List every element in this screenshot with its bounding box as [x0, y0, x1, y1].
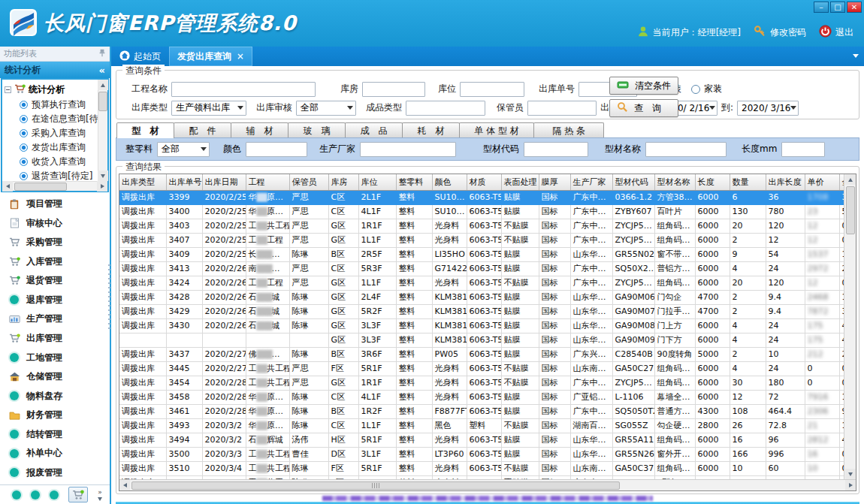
scroll-down-icon[interactable]: [98, 171, 108, 181]
table-row[interactable]: G区3L3F整料KLM38176063-T5贴膜国标山东华…GA90M09…门下…: [119, 333, 844, 347]
close-button[interactable]: ✕: [847, 2, 862, 13]
column-header-表面处理[interactable]: 表面处理: [501, 174, 539, 190]
table-row[interactable]: 调拨出库34072020/2/25工██工程严思G区1L1F整料光身料6063-…: [119, 233, 844, 247]
material-tab-2[interactable]: 配 件: [174, 122, 231, 138]
tree-expander-icon[interactable]: [5, 86, 11, 93]
tree-horizontal-scrollbar[interactable]: [2, 181, 107, 191]
table-row[interactable]: 调拨出库34292020/2/26石███城陈琳G区5R2F整料KLM38176…: [119, 304, 844, 318]
scroll-left-icon[interactable]: [2, 181, 13, 192]
sidebar-item-审核中心[interactable]: 审核中心: [0, 214, 110, 232]
material-tab-8[interactable]: 隔 热 条: [533, 122, 604, 138]
table-row[interactable]: 调拨出库34942020/3/2石██辉城汤伟H区5R1F整料光身料6063-T…: [119, 433, 844, 447]
column-header-保管员[interactable]: 保管员: [289, 174, 328, 190]
sidebar-splitter[interactable]: [108, 264, 110, 332]
outbound-type-select[interactable]: 生产领料出库: [171, 101, 246, 116]
column-header-膜厚[interactable]: 膜厚: [539, 174, 570, 190]
column-header-型材代码[interactable]: 型材代码: [612, 174, 654, 190]
column-header-工程[interactable]: 工程: [246, 174, 289, 190]
more-modules-button[interactable]: »: [98, 489, 102, 501]
table-row[interactable]: 调拨出库34372020/2/27佛███…陈琳B区3R6F整料PW056063…: [119, 347, 844, 361]
sidebar-item-仓储管理[interactable]: 仓储管理: [0, 368, 110, 386]
table-row[interactable]: 调拨出库35102020/3/4工██共工程陈琳F区5R1F整料光身料6063-…: [119, 461, 844, 475]
sidebar-item-工地管理[interactable]: 工地管理: [0, 349, 110, 367]
table-row[interactable]: 调拨出库34932020/3/2华██原…陈琳C区1L1F整料黑色塑料不贴膜国标…: [119, 418, 844, 433]
cart-module-button[interactable]: [68, 487, 88, 502]
sidebar-item-补单中心[interactable]: 补单中心: [0, 445, 110, 463]
table-row[interactable]: 调拨出库34002020/2/25华██原…严思C区4L1F整料SU10…606…: [119, 204, 844, 219]
date-to-picker[interactable]: 2020/ 3/16: [737, 101, 799, 116]
table-row[interactable]: 调拨出库35002020/3/3工██共工程曹佳D区3L1F整料LT3P6060…: [119, 447, 844, 461]
module-dot-icon[interactable]: [12, 490, 21, 499]
sidebar-item-报废管理[interactable]: 报废管理: [0, 463, 110, 481]
tree-hscroll-thumb[interactable]: [14, 183, 67, 191]
material-tab-7[interactable]: 单 体 型 材: [459, 122, 534, 138]
tree-item-预算执行查询[interactable]: 预算执行查询: [5, 98, 98, 112]
tree-scroll-thumb[interactable]: [98, 92, 107, 111]
material-tab-5[interactable]: 成 品: [345, 122, 403, 138]
radio-jiazhuang[interactable]: [691, 85, 700, 94]
scroll-right-icon[interactable]: [845, 480, 856, 490]
table-row[interactable]: 调拨出库34542020/2/28工██共工程严思G区1R1F整料光身料6063…: [119, 376, 844, 390]
table-row[interactable]: 调拨出库34132020/2/26南███…严思C区5R3F整料G7142260…: [119, 261, 844, 276]
sidebar-item-出库管理[interactable]: 出库管理: [0, 330, 110, 348]
maximize-button[interactable]: □: [830, 2, 845, 13]
project-name-input[interactable]: [171, 82, 316, 97]
scroll-up-icon[interactable]: [98, 80, 108, 90]
tree-vertical-scrollbar[interactable]: [98, 80, 107, 181]
table-row[interactable]: 调拨出库33992020/2/25华██原…严思C区2L1F整料SU10…606…: [119, 190, 844, 204]
material-tab-4[interactable]: 玻 璃: [288, 122, 346, 138]
tree-root-statistics[interactable]: 统计分析: [5, 82, 98, 98]
material-tab-3[interactable]: 辅 材: [231, 122, 289, 138]
keeper-input[interactable]: [527, 101, 597, 116]
table-vscroll-thumb[interactable]: [846, 186, 855, 234]
tree-item-采购入库查询[interactable]: 采购入库查询: [5, 126, 98, 140]
tree-item-发货出库查询[interactable]: 发货出库查询: [5, 140, 98, 155]
column-header-型材名称[interactable]: 型材名称: [654, 174, 695, 190]
table-row[interactable]: 调拨出库34282020/2/26石███城陈琳G区2L4F整料KLM38176…: [119, 290, 844, 304]
logout-button[interactable]: 退出: [819, 25, 853, 40]
product-type-input[interactable]: [406, 101, 485, 116]
column-header-材质[interactable]: 材质: [467, 174, 501, 190]
column-header-生产厂家[interactable]: 生产厂家: [570, 174, 612, 190]
scroll-left-icon[interactable]: [119, 480, 130, 490]
audit-select[interactable]: 全部: [296, 101, 356, 116]
table-row[interactable]: 调拨出库34092020/2/25长███…陈琳B区2R5F整料LI35HO60…: [119, 247, 844, 261]
material-tab-6[interactable]: 耗 材: [402, 122, 460, 138]
table-row[interactable]: 调拨出库34582020/2/28华██原…陈琳C区4L1F整料光身料6063-…: [119, 390, 844, 404]
column-header-库位[interactable]: 库位: [358, 174, 396, 190]
tree-item-收货入库查询[interactable]: 收货入库查询: [5, 155, 98, 169]
pin-icon[interactable]: [98, 49, 106, 59]
color-input[interactable]: [246, 142, 307, 157]
minimize-button[interactable]: －: [814, 2, 829, 13]
column-header-出库类型[interactable]: 出库类型: [119, 174, 166, 190]
change-password-button[interactable]: 修改密码: [754, 25, 806, 40]
location-input[interactable]: [460, 82, 524, 97]
collapse-icon[interactable]: «: [99, 65, 105, 76]
scroll-up-icon[interactable]: [845, 174, 856, 185]
table-row[interactable]: 调拨出库34032020/2/25工██共工程严思G区1R1F整料光身料6063…: [119, 219, 844, 233]
sidebar-item-生产管理[interactable]: 生产管理: [0, 310, 110, 328]
sidebar-item-退货管理[interactable]: 退货管理: [0, 272, 110, 290]
material-tab-1[interactable]: 型 材: [116, 122, 174, 138]
sidebar-group-statistics[interactable]: 统计分析 «: [0, 62, 110, 78]
tab-shipment-outbound-query[interactable]: 发货出库查询 ×: [169, 47, 252, 66]
table-row[interactable]: 调拨出库34242020/2/26工██工程严思G区1L1F整料光身料6063-…: [119, 276, 844, 290]
column-header-库房[interactable]: 库房: [328, 174, 358, 190]
table-row[interactable]: 调拨出库34302020/2/26石███城陈琳G区3L3F整料KLM38176…: [119, 318, 844, 333]
column-header-出库日期[interactable]: 出库日期: [202, 174, 246, 190]
scroll-right-icon[interactable]: [97, 181, 107, 192]
sidebar-item-物料盘存[interactable]: 物料盘存: [0, 387, 110, 405]
factory-input[interactable]: [360, 142, 456, 157]
search-button[interactable]: 查 询: [609, 99, 678, 117]
warehouse-input[interactable]: [362, 82, 425, 97]
length-input[interactable]: [781, 142, 825, 157]
module-dot-icon[interactable]: [50, 490, 59, 499]
name-input[interactable]: [645, 142, 727, 157]
column-header-整零料[interactable]: 整零料: [396, 174, 432, 190]
sidebar-item-退库管理[interactable]: 退库管理: [0, 291, 110, 309]
table-horizontal-scrollbar[interactable]: [119, 479, 856, 490]
table-vertical-scrollbar[interactable]: [844, 174, 856, 479]
tree-item-在途信息查询[待[interactable]: 在途信息查询[待: [5, 112, 98, 126]
column-header-出库长度[interactable]: 出库长度: [766, 174, 805, 190]
tab-home[interactable]: 起始页: [111, 47, 169, 66]
